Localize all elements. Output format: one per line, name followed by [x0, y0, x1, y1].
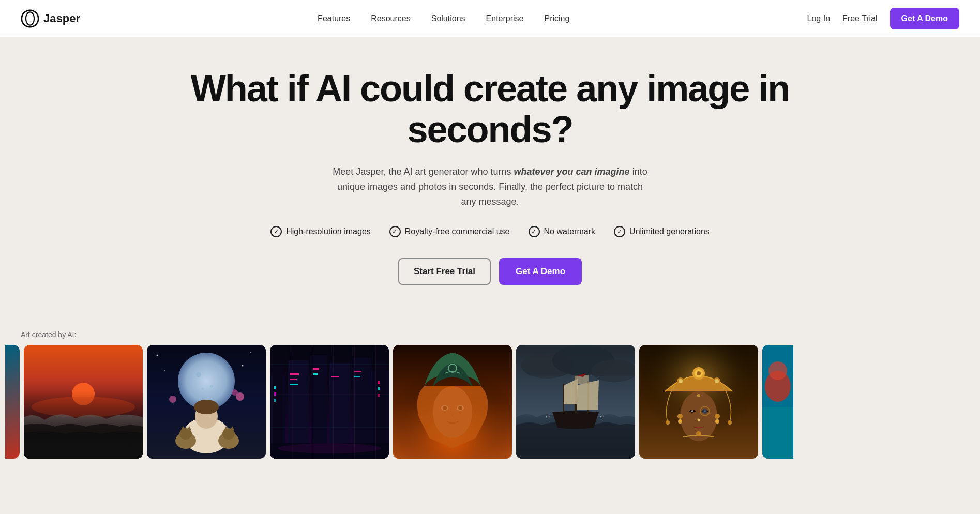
svg-point-80: [679, 379, 683, 383]
gallery-item-partial-right: [762, 345, 793, 459]
login-link[interactable]: Log In: [807, 14, 830, 23]
svg-point-99: [768, 361, 787, 380]
feature-royalty-free: ✓ Royalty-free commercial use: [389, 226, 510, 237]
warrior-svg: [393, 345, 512, 459]
jasper-logo-icon: [21, 9, 39, 28]
svg-rect-34: [371, 371, 389, 459]
svg-point-90: [677, 414, 683, 419]
nav-pricing[interactable]: Pricing: [544, 14, 569, 23]
svg-rect-28: [270, 345, 389, 459]
svg-point-7: [196, 372, 201, 377]
svg-point-84: [728, 420, 732, 425]
gallery-item-cyberpunk: [270, 345, 389, 459]
check-icon-1: ✓: [270, 226, 282, 237]
gallery-label: Art created by AI:: [0, 330, 980, 345]
free-trial-link[interactable]: Free Trial: [842, 14, 878, 23]
svg-rect-44: [290, 379, 297, 380]
hero-subtitle-plain: Meet Jasper, the AI art generator who tu…: [333, 167, 514, 177]
svg-rect-37: [378, 387, 380, 390]
main-nav: Features Resources Solutions Enterprise …: [318, 14, 569, 23]
svg-point-1: [26, 12, 34, 25]
svg-rect-41: [329, 363, 350, 459]
svg-point-9: [202, 388, 204, 390]
hero-title: What if AI could create any image in sec…: [128, 68, 852, 150]
svg-point-57: [278, 443, 381, 453]
svg-rect-40: [311, 355, 327, 459]
gallery-section: Art created by AI:: [0, 330, 980, 479]
svg-rect-2: [24, 345, 143, 459]
svg-rect-35: [376, 360, 386, 459]
svg-rect-47: [313, 373, 318, 375]
svg-line-54: [329, 345, 332, 386]
sunset-svg: [24, 345, 143, 459]
feature-label-2: Royalty-free commercial use: [405, 227, 510, 236]
svg-point-12: [164, 370, 165, 371]
svg-rect-33: [274, 399, 276, 402]
hero-section: What if AI could create any image in sec…: [0, 37, 980, 330]
svg-point-11: [250, 352, 251, 353]
get-demo-nav-button[interactable]: Get A Demo: [890, 8, 959, 29]
svg-rect-51: [270, 443, 389, 459]
svg-point-91: [678, 419, 682, 424]
svg-point-82: [715, 379, 719, 383]
svg-rect-48: [331, 376, 339, 377]
svg-point-3: [72, 383, 95, 405]
svg-rect-39: [288, 360, 309, 459]
svg-point-4: [32, 397, 135, 417]
svg-rect-32: [274, 392, 276, 396]
hero-features-list: ✓ High-resolution images ✓ Royalty-free …: [21, 226, 959, 237]
svg-rect-46: [313, 368, 319, 370]
svg-point-92: [715, 414, 720, 419]
gallery-grid: [0, 345, 980, 459]
feature-unlimited: ✓ Unlimited generations: [614, 226, 710, 237]
svg-point-78: [697, 371, 701, 375]
hero-cta-buttons: Start Free Trial Get A Demo: [21, 258, 959, 285]
check-icon-2: ✓: [389, 226, 401, 237]
ship-svg: [516, 345, 635, 459]
partial-right-svg: [762, 345, 793, 459]
start-free-trial-button[interactable]: Start Free Trial: [398, 258, 491, 285]
svg-rect-50: [354, 376, 360, 377]
nav-actions: Log In Free Trial Get A Demo: [807, 8, 959, 29]
svg-point-8: [210, 385, 213, 388]
gallery-item-partial-left: [5, 345, 20, 459]
svg-point-94: [696, 431, 701, 436]
gallery-item-sunset: [24, 345, 143, 459]
svg-rect-42: [353, 358, 371, 459]
logo-text: Jasper: [43, 12, 80, 25]
svg-rect-31: [274, 386, 276, 389]
svg-point-83: [666, 420, 670, 425]
navbar: Jasper Features Resources Solutions Ente…: [0, 0, 980, 37]
gallery-item-ship: [516, 345, 635, 459]
svg-rect-100: [762, 407, 793, 459]
nav-solutions[interactable]: Solutions: [431, 14, 465, 23]
svg-point-93: [715, 419, 719, 424]
nav-resources[interactable]: Resources: [371, 14, 410, 23]
nav-features[interactable]: Features: [318, 14, 350, 23]
feature-label-4: Unlimited generations: [629, 227, 710, 236]
svg-point-26: [232, 389, 238, 396]
feature-no-watermark: ✓ No watermark: [529, 226, 596, 237]
svg-rect-49: [354, 371, 361, 372]
check-icon-4: ✓: [614, 226, 625, 237]
nav-enterprise[interactable]: Enterprise: [486, 14, 524, 23]
svg-point-13: [242, 365, 244, 366]
feature-high-res: ✓ High-resolution images: [270, 226, 371, 237]
feature-label-1: High-resolution images: [286, 227, 371, 236]
svg-rect-43: [290, 373, 299, 375]
svg-rect-36: [378, 381, 380, 384]
svg-rect-29: [270, 376, 285, 459]
svg-point-86: [697, 394, 700, 397]
svg-point-27: [169, 396, 176, 403]
svg-point-87: [691, 410, 693, 412]
svg-point-0: [22, 10, 38, 26]
svg-line-55: [350, 347, 353, 389]
gallery-item-queen: [639, 345, 758, 459]
svg-point-89: [698, 418, 700, 421]
logo-link[interactable]: Jasper: [21, 9, 80, 28]
get-demo-button[interactable]: Get A Demo: [499, 258, 582, 285]
hero-subtitle-italic: whatever you can imagine: [514, 167, 630, 177]
svg-rect-72: [563, 384, 564, 413]
svg-rect-45: [290, 384, 298, 385]
svg-rect-38: [378, 394, 380, 397]
